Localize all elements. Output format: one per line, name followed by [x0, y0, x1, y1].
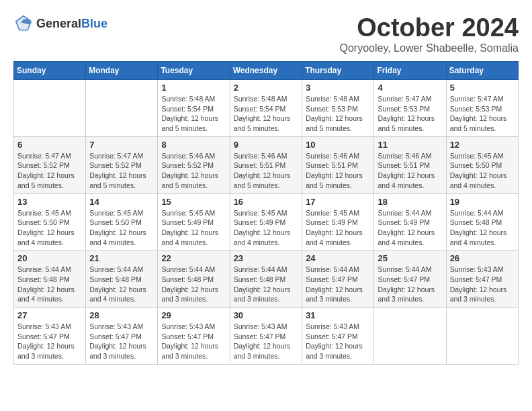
day-number: 25	[378, 253, 442, 263]
day-info: Sunrise: 5:43 AMSunset: 5:47 PMDaylight:…	[234, 322, 299, 361]
day-info: Sunrise: 5:43 AMSunset: 5:47 PMDaylight:…	[161, 322, 226, 361]
day-number: 27	[17, 310, 82, 320]
day-info: Sunrise: 5:45 AMSunset: 5:49 PMDaylight:…	[161, 208, 226, 248]
weekday-header-sunday: Sunday	[14, 62, 86, 80]
day-number: 13	[17, 197, 82, 207]
day-info: Sunrise: 5:44 AMSunset: 5:47 PMDaylight:…	[306, 265, 370, 304]
day-number: 6	[17, 140, 82, 150]
calendar-cell: 6Sunrise: 5:47 AMSunset: 5:52 PMDaylight…	[14, 136, 86, 193]
day-number: 12	[450, 140, 515, 150]
calendar-cell: 4Sunrise: 5:47 AMSunset: 5:53 PMDaylight…	[374, 80, 446, 137]
calendar-table: SundayMondayTuesdayWednesdayThursdayFrid…	[13, 61, 519, 365]
calendar-cell: 28Sunrise: 5:43 AMSunset: 5:47 PMDayligh…	[86, 308, 158, 365]
day-number: 20	[17, 253, 82, 263]
calendar-cell: 26Sunrise: 5:43 AMSunset: 5:47 PMDayligh…	[446, 250, 518, 308]
day-info: Sunrise: 5:44 AMSunset: 5:49 PMDaylight:…	[378, 208, 442, 248]
day-info: Sunrise: 5:48 AMSunset: 5:54 PMDaylight:…	[161, 94, 226, 134]
day-info: Sunrise: 5:43 AMSunset: 5:47 PMDaylight:…	[450, 265, 515, 304]
day-number: 7	[89, 140, 154, 150]
day-info: Sunrise: 5:44 AMSunset: 5:48 PMDaylight:…	[161, 265, 226, 304]
logo-text-general: General	[36, 17, 81, 30]
weekday-header-saturday: Saturday	[446, 62, 518, 80]
day-number: 23	[234, 253, 299, 263]
calendar-cell: 31Sunrise: 5:43 AMSunset: 5:47 PMDayligh…	[302, 308, 374, 365]
day-number: 8	[161, 140, 226, 150]
calendar-cell: 16Sunrise: 5:45 AMSunset: 5:49 PMDayligh…	[230, 193, 302, 250]
calendar-cell: 8Sunrise: 5:46 AMSunset: 5:52 PMDaylight…	[158, 136, 230, 193]
calendar-cell: 25Sunrise: 5:44 AMSunset: 5:47 PMDayligh…	[374, 250, 446, 308]
calendar-week-1: 1Sunrise: 5:48 AMSunset: 5:54 PMDaylight…	[14, 80, 519, 137]
day-info: Sunrise: 5:47 AMSunset: 5:53 PMDaylight:…	[450, 94, 515, 134]
day-number: 18	[378, 197, 442, 207]
day-info: Sunrise: 5:45 AMSunset: 5:50 PMDaylight:…	[89, 208, 154, 248]
calendar-cell	[86, 80, 158, 137]
day-info: Sunrise: 5:46 AMSunset: 5:51 PMDaylight:…	[306, 151, 370, 191]
day-number: 2	[234, 83, 299, 93]
calendar-cell: 29Sunrise: 5:43 AMSunset: 5:47 PMDayligh…	[158, 308, 230, 365]
day-info: Sunrise: 5:48 AMSunset: 5:54 PMDaylight:…	[234, 94, 299, 134]
day-info: Sunrise: 5:44 AMSunset: 5:48 PMDaylight:…	[450, 208, 515, 248]
calendar-cell: 9Sunrise: 5:46 AMSunset: 5:51 PMDaylight…	[230, 136, 302, 193]
day-info: Sunrise: 5:47 AMSunset: 5:52 PMDaylight:…	[17, 151, 82, 191]
calendar-cell: 5Sunrise: 5:47 AMSunset: 5:53 PMDaylight…	[446, 80, 518, 137]
calendar-week-2: 6Sunrise: 5:47 AMSunset: 5:52 PMDaylight…	[14, 136, 519, 193]
calendar-cell: 12Sunrise: 5:45 AMSunset: 5:50 PMDayligh…	[446, 136, 518, 193]
calendar-cell: 3Sunrise: 5:48 AMSunset: 5:53 PMDaylight…	[302, 80, 374, 137]
day-number: 11	[378, 140, 442, 150]
day-info: Sunrise: 5:44 AMSunset: 5:47 PMDaylight:…	[378, 265, 442, 304]
day-number: 26	[450, 253, 515, 263]
logo-wordmark: GeneralBlue	[36, 17, 107, 31]
day-info: Sunrise: 5:45 AMSunset: 5:50 PMDaylight:…	[17, 208, 82, 248]
location-subtitle: Qoryooley, Lower Shabeelle, Somalia	[339, 42, 519, 54]
day-number: 4	[378, 83, 442, 93]
calendar-week-5: 27Sunrise: 5:43 AMSunset: 5:47 PMDayligh…	[14, 308, 519, 365]
day-number: 30	[234, 310, 299, 320]
day-info: Sunrise: 5:46 AMSunset: 5:51 PMDaylight:…	[234, 151, 299, 191]
month-title: October 2024	[339, 13, 519, 42]
day-info: Sunrise: 5:47 AMSunset: 5:53 PMDaylight:…	[378, 94, 442, 134]
weekday-header-monday: Monday	[86, 62, 158, 80]
day-info: Sunrise: 5:43 AMSunset: 5:47 PMDaylight:…	[306, 322, 370, 361]
day-number: 24	[306, 253, 370, 263]
day-info: Sunrise: 5:47 AMSunset: 5:52 PMDaylight:…	[89, 151, 154, 191]
day-number: 17	[306, 197, 370, 207]
day-info: Sunrise: 5:43 AMSunset: 5:47 PMDaylight:…	[89, 322, 154, 361]
calendar-header-row: SundayMondayTuesdayWednesdayThursdayFrid…	[14, 62, 519, 80]
calendar-cell	[14, 80, 86, 137]
day-info: Sunrise: 5:43 AMSunset: 5:47 PMDaylight:…	[17, 322, 82, 361]
calendar-cell: 15Sunrise: 5:45 AMSunset: 5:49 PMDayligh…	[158, 193, 230, 250]
logo-text-blue: Blue	[81, 17, 107, 30]
calendar-cell: 21Sunrise: 5:44 AMSunset: 5:48 PMDayligh…	[86, 250, 158, 308]
calendar-week-4: 20Sunrise: 5:44 AMSunset: 5:48 PMDayligh…	[14, 250, 519, 308]
day-number: 10	[306, 140, 370, 150]
day-number: 19	[450, 197, 515, 207]
day-info: Sunrise: 5:45 AMSunset: 5:49 PMDaylight:…	[234, 208, 299, 248]
calendar-cell: 19Sunrise: 5:44 AMSunset: 5:48 PMDayligh…	[446, 193, 518, 250]
calendar-week-3: 13Sunrise: 5:45 AMSunset: 5:50 PMDayligh…	[14, 193, 519, 250]
day-info: Sunrise: 5:44 AMSunset: 5:48 PMDaylight:…	[89, 265, 154, 304]
day-number: 28	[89, 310, 154, 320]
weekday-header-thursday: Thursday	[302, 62, 374, 80]
day-number: 21	[89, 253, 154, 263]
day-number: 14	[89, 197, 154, 207]
day-info: Sunrise: 5:44 AMSunset: 5:48 PMDaylight:…	[17, 265, 82, 304]
calendar-cell	[374, 308, 446, 365]
day-info: Sunrise: 5:44 AMSunset: 5:48 PMDaylight:…	[234, 265, 299, 304]
day-number: 16	[234, 197, 299, 207]
calendar-cell: 23Sunrise: 5:44 AMSunset: 5:48 PMDayligh…	[230, 250, 302, 308]
day-number: 3	[306, 83, 370, 93]
calendar-cell	[446, 308, 518, 365]
calendar-cell: 18Sunrise: 5:44 AMSunset: 5:49 PMDayligh…	[374, 193, 446, 250]
calendar-cell: 11Sunrise: 5:46 AMSunset: 5:51 PMDayligh…	[374, 136, 446, 193]
calendar-cell: 20Sunrise: 5:44 AMSunset: 5:48 PMDayligh…	[14, 250, 86, 308]
calendar-cell: 17Sunrise: 5:45 AMSunset: 5:49 PMDayligh…	[302, 193, 374, 250]
page-header: GeneralBlue October 2024 Qoryooley, Lowe…	[13, 13, 519, 54]
calendar-cell: 30Sunrise: 5:43 AMSunset: 5:47 PMDayligh…	[230, 308, 302, 365]
calendar-cell: 10Sunrise: 5:46 AMSunset: 5:51 PMDayligh…	[302, 136, 374, 193]
day-info: Sunrise: 5:48 AMSunset: 5:53 PMDaylight:…	[306, 94, 370, 134]
day-info: Sunrise: 5:45 AMSunset: 5:50 PMDaylight:…	[450, 151, 515, 191]
calendar-cell: 22Sunrise: 5:44 AMSunset: 5:48 PMDayligh…	[158, 250, 230, 308]
day-number: 1	[161, 83, 226, 93]
calendar-cell: 13Sunrise: 5:45 AMSunset: 5:50 PMDayligh…	[14, 193, 86, 250]
calendar-cell: 24Sunrise: 5:44 AMSunset: 5:47 PMDayligh…	[302, 250, 374, 308]
